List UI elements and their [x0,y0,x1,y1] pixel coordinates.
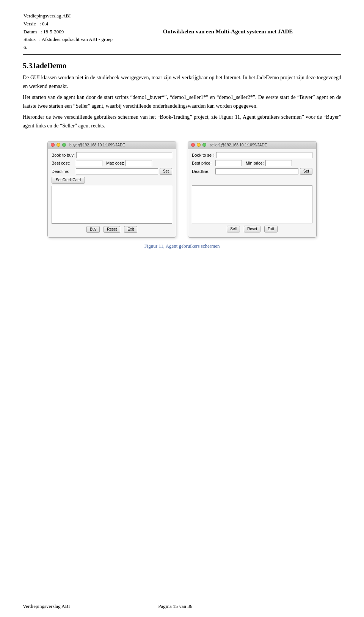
buyer-maxcost-label: Max cost: [106,161,124,165]
figure-11: buyer@192.168.10.1:1099/JADE Book to buy… [23,141,341,238]
buyer-deadline-label: Deadline: [52,169,74,174]
buyer-reset-button[interactable]: Reset [104,226,120,233]
buyer-window-body: Book to buy: Best cost: Max cost: Deadli… [48,149,176,237]
buyer-setcredcard-button[interactable]: Set CreditCard [52,177,85,184]
buyer-textarea[interactable] [52,186,172,224]
seller-bestprice-input[interactable] [215,160,242,166]
buyer-book-row: Book to buy: [52,152,172,158]
buyer-exit-button[interactable]: Exit [124,226,137,233]
buyer-book-label: Book to buy: [52,153,75,157]
buyer-footer: Buy Reset Exit [52,226,172,234]
header-status: Status : Afstudeer opdracht van ABI - gr… [24,36,115,52]
seller-deadline-input[interactable] [215,168,298,174]
seller-minprice-label: Min price: [246,161,264,165]
buyer-window: buyer@192.168.10.1:1099/JADE Book to buy… [47,141,176,238]
buyer-maxcost-input[interactable] [126,160,152,166]
buyer-deadline-input[interactable] [76,168,158,174]
seller-price-row: Best price: Min price: [192,160,312,166]
buyer-creditcard-row: Set CreditCard [52,177,172,184]
header-verslag: Verdiepingsverslag ABI [24,12,115,20]
figure-caption: Figuur 11, Agent gebruikers schermen [23,243,341,249]
seller-bestprice-label: Best price: [192,161,214,165]
buyer-minimize-button[interactable] [56,143,60,147]
header-versie: Versie : 0.4 [24,20,115,28]
buyer-close-button[interactable] [51,143,55,147]
seller-minprice-input[interactable] [265,160,292,166]
buyer-maximize-button[interactable] [62,143,66,147]
seller-minimize-button[interactable] [197,143,201,147]
buyer-book-input[interactable] [76,152,172,158]
seller-footer: Sell Reset Exit [192,226,312,234]
seller-titlebar: seller1@192.168.10.1:1099/JADE [188,141,316,149]
seller-deadline-row: Deadline: Set [192,168,312,175]
buyer-cost-row: Best cost: Max cost: [52,160,172,166]
section-title: 5.3JadeDemo [23,61,341,70]
buyer-bestcost-label: Best cost: [52,161,74,165]
page-header: Verdiepingsverslag ABI Versie : 0.4 Datu… [23,11,341,55]
footer-page-number: Pagina 15 van 36 [70,603,281,609]
seller-exit-button[interactable]: Exit [264,226,278,232]
seller-book-label: Book to sell: [192,153,215,157]
seller-maximize-button[interactable] [202,143,206,147]
seller-set-button[interactable]: Set [300,168,312,175]
buyer-set-button[interactable]: Set [160,168,172,175]
buyer-buy-button[interactable]: Buy [86,226,100,233]
seller-book-input[interactable] [216,152,312,158]
header-title: Ontwikkelen van een Multi-Agent systeem … [115,28,340,35]
paragraph-1: De GUI klassen worden niet in de studieb… [23,73,341,91]
buyer-bestcost-input[interactable] [76,160,102,166]
buyer-deadline-row: Deadline: Set [52,168,172,175]
seller-textarea[interactable] [192,185,312,223]
seller-deadline-label: Deadline: [192,169,214,174]
seller-window-body: Book to sell: Best price: Min price: Dea… [188,149,316,237]
paragraph-3: Hieronder de twee verschillende gebruike… [23,113,341,130]
page-footer: Verdiepingsverslag ABI Pagina 15 van 36 [0,601,364,609]
seller-reset-button[interactable]: Reset [244,226,260,232]
seller-textarea-wrapper [192,185,312,223]
buyer-titlebar: buyer@192.168.10.1:1099/JADE [48,141,176,149]
buyer-window-title: buyer@192.168.10.1:1099/JADE [69,143,125,147]
footer-left: Verdiepingsverslag ABI [23,603,70,609]
page: Verdiepingsverslag ABI Versie : 0.4 Datu… [0,0,364,617]
seller-sell-button[interactable]: Sell [227,226,240,232]
seller-window: seller1@192.168.10.1:1099/JADE Book to s… [188,141,317,238]
paragraph-2: Het starten van de agent kan door de sta… [23,93,341,110]
header-datum: Datum : 18-5-2009 [24,28,115,36]
seller-book-row: Book to sell: [192,152,312,158]
seller-close-button[interactable] [191,143,195,147]
footer-right-spacer [281,603,341,609]
header-left: Verdiepingsverslag ABI Versie : 0.4 Datu… [24,12,115,52]
seller-window-title: seller1@192.168.10.1:1099/JADE [210,143,267,147]
